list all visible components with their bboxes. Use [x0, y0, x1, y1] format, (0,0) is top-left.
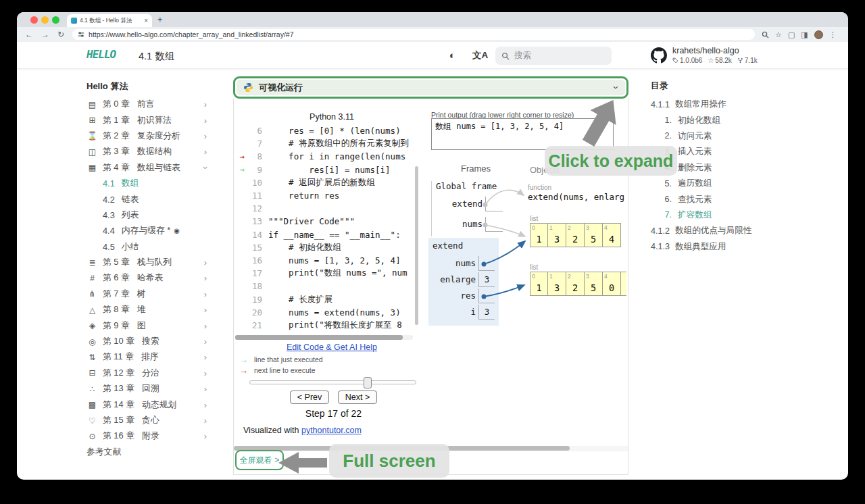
section-title: 数组	[122, 178, 139, 189]
toc-item[interactable]: 4.1.1数组常用操作	[651, 97, 820, 112]
browser-tab[interactable]: 4.1 数组 - Hello 算法 ×	[67, 14, 152, 27]
chevron-right-icon[interactable]: ›	[204, 415, 207, 426]
chevron-right-icon[interactable]: ›	[204, 131, 207, 141]
var-nums-cell	[485, 217, 503, 232]
address-bar[interactable]: https://www.hello-algo.com/chapter_array…	[72, 29, 755, 40]
toc-item[interactable]: 1.初始化数组	[651, 112, 820, 128]
chapter-number: 第 11 章	[103, 351, 134, 363]
visual-run-panel-header[interactable]: 可视化运行 ›	[233, 76, 628, 99]
sidebar-chapter-item[interactable]: ▤第 0 章前言›	[86, 97, 207, 112]
list2-type-label: list	[530, 263, 538, 271]
chevron-right-icon[interactable]: ›	[204, 368, 207, 378]
step-slider[interactable]	[249, 380, 416, 384]
pythontutor-link[interactable]: pythontutor.com	[301, 426, 362, 435]
code-vertical-scrollbar[interactable]	[415, 166, 418, 325]
sidebar-section-item[interactable]: 4.4内存与缓存 *◉	[86, 223, 207, 238]
var-extend-cell	[485, 197, 503, 211]
minimize-window-button[interactable]	[41, 16, 49, 24]
sidebar-section-item[interactable]: 4.3列表	[86, 207, 207, 223]
chevron-right-icon[interactable]: ›	[204, 336, 207, 347]
chevron-right-icon[interactable]: ›	[204, 273, 207, 283]
sidebar-section-item[interactable]: 4.1数组	[86, 176, 207, 191]
chevron-down-icon[interactable]: ›	[611, 86, 622, 89]
toc-item[interactable]: 2.访问元素	[651, 128, 820, 144]
chevron-right-icon[interactable]: ›	[204, 257, 207, 268]
chevron-right-icon[interactable]: ›	[204, 321, 207, 331]
extensions-icon[interactable]: ▢	[788, 30, 795, 39]
chevron-right-icon[interactable]: ›	[204, 352, 207, 362]
star-icon: ☆	[708, 57, 714, 64]
code-horizontal-scrollbar[interactable]	[235, 335, 413, 340]
chevron-right-icon[interactable]: ›	[204, 400, 207, 410]
site-logo[interactable]: HELLO	[86, 48, 116, 61]
click-to-expand-callout: Click to expand	[545, 146, 677, 176]
sidebar-chapter-item[interactable]: ▩第 14 章动态规划›	[86, 397, 207, 412]
chevron-right-icon[interactable]: ›	[204, 305, 207, 315]
back-icon[interactable]: ←	[25, 30, 33, 39]
sidebar-chapter-item[interactable]: ⇅第 11 章排序›	[86, 349, 207, 365]
fullscreen-button[interactable]: 全屏观看 >	[235, 450, 284, 470]
sidebar-chapter-item[interactable]: ⊙第 16 章附录›	[86, 428, 207, 444]
toc-item[interactable]: 6.查找元素	[651, 191, 820, 207]
toc-item[interactable]: 5.遍历数组	[651, 176, 820, 191]
code-text: res = [0] * (len(nums)	[268, 126, 401, 136]
sidebar-chapter-item[interactable]: ♡第 15 章贪心›	[86, 413, 207, 428]
chevron-right-icon[interactable]: ›	[204, 384, 207, 394]
sidebar-chapter-item[interactable]: ∴第 13 章回溯›	[86, 381, 207, 397]
site-header: HELLO 4.1 数组 ◐ 文A 搜索 krahets/hello-algo …	[17, 42, 848, 69]
toc-item[interactable]: 4.1.3数组典型应用	[651, 239, 820, 255]
visual-run-label: 可视化运行	[259, 82, 303, 94]
sidebar-chapter-item[interactable]: ⊟第 12 章分治›	[86, 366, 207, 381]
sidebar-chapter-item[interactable]: ⌛第 2 章复杂度分析›	[86, 128, 207, 144]
tab-favicon	[71, 18, 77, 24]
chevron-expanded-icon[interactable]: ›	[200, 166, 210, 169]
var-res: res	[432, 291, 476, 301]
section-title: 列表	[122, 209, 139, 221]
chevron-right-icon[interactable]: ›	[204, 116, 207, 126]
close-window-button[interactable]	[30, 16, 38, 24]
profile-avatar[interactable]	[814, 30, 823, 39]
next-button[interactable]: Next >	[338, 390, 377, 404]
zoom-window-button[interactable]	[52, 16, 59, 24]
sidebar-chapter-item[interactable]: ◎第 10 章搜索›	[86, 334, 207, 349]
code-text: print("数组 nums =", num	[268, 268, 407, 279]
sidebar-chapter-item[interactable]: ▦第 4 章数组与链表›	[86, 160, 207, 176]
github-repo-widget[interactable]: krahets/hello-algo 1.0.0b6 ☆58.2k 7.1k	[651, 46, 758, 64]
sidebar-section-item[interactable]: 4.2链表	[86, 191, 207, 207]
zoom-icon[interactable]	[762, 31, 769, 39]
side-panel-icon[interactable]: ◨	[801, 30, 808, 39]
reload-icon[interactable]: ↻	[57, 30, 64, 39]
sidebar-section-item[interactable]: 4.5小结	[86, 239, 207, 255]
cell-value: 5	[585, 282, 602, 293]
chevron-right-icon[interactable]: ›	[204, 289, 207, 299]
forward-icon[interactable]: →	[41, 30, 49, 39]
edit-code-link[interactable]: Edit Code & Get AI Help	[257, 343, 406, 352]
sidebar-chapter-item[interactable]: ≣第 5 章栈与队列›	[86, 255, 207, 270]
chevron-right-icon[interactable]: ›	[204, 431, 207, 441]
code-pane[interactable]: 6 res = [0] * (len(nums)7 # 将原数组中的所有元素复制…	[237, 124, 409, 332]
sidebar-chapter-item[interactable]: ◈第 9 章图›	[86, 318, 207, 333]
sidebar-chapter-item[interactable]: ⊞第 1 章初识算法›	[86, 112, 207, 128]
sidebar-chapter-item[interactable]: #第 6 章哈希表›	[86, 270, 207, 286]
step-slider-thumb[interactable]	[364, 377, 372, 388]
translate-icon[interactable]: 文A	[472, 49, 488, 61]
sidebar-chapter-item[interactable]: ⋔第 7 章树›	[86, 286, 207, 302]
browser-menu-icon[interactable]: ⋮	[829, 30, 837, 39]
site-settings-icon[interactable]	[78, 31, 84, 38]
tab-close-icon[interactable]: ×	[144, 17, 148, 24]
bookmark-star-icon[interactable]: ☆	[775, 30, 782, 39]
global-frame-title: Global frame	[436, 181, 503, 196]
chevron-right-icon[interactable]: ›	[204, 147, 207, 157]
new-tab-button[interactable]: +	[157, 14, 163, 24]
chevron-right-icon[interactable]: ›	[204, 99, 207, 109]
search-input[interactable]: 搜索	[495, 47, 612, 65]
toc-item[interactable]: 7.扩容数组	[651, 207, 820, 223]
sidebar-chapter-item[interactable]: △第 8 章堆›	[86, 302, 207, 318]
prev-button[interactable]: < Prev	[290, 390, 329, 404]
sidebar-chapter-item[interactable]: ◫第 3 章数据结构›	[86, 144, 207, 159]
sidebar-references-item[interactable]: 参考文献	[86, 445, 207, 460]
sidebar-site-title[interactable]: Hello 算法	[86, 80, 207, 97]
theme-toggle-icon[interactable]: ◐	[449, 49, 455, 61]
toc-item[interactable]: 4.1.2数组的优点与局限性	[651, 223, 820, 238]
code-text: # 长度扩展	[268, 294, 332, 305]
